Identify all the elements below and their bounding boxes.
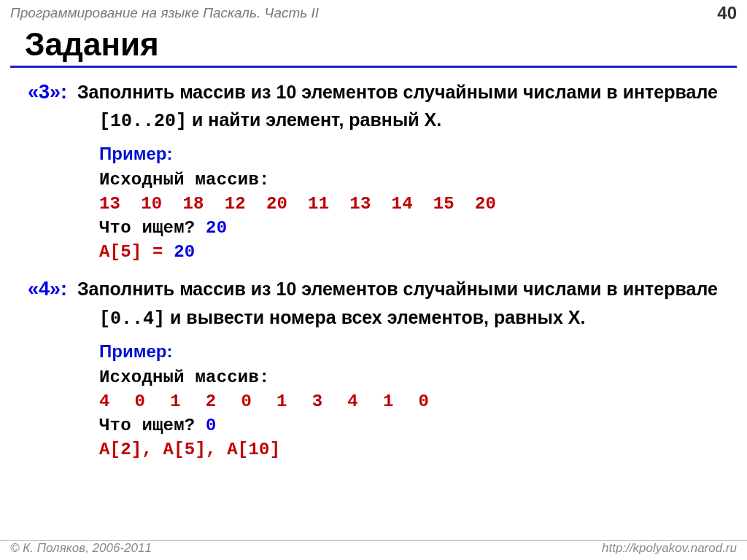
task-4: «4»: Заполнить массив из 10 элементов сл… [28,275,731,459]
course-title: Программирование на языке Паскаль. Часть… [10,5,319,21]
task-4-text: «4»: Заполнить массив из 10 элементов сл… [28,275,731,332]
search-v-4: 0 [206,416,217,435]
copyright: © К. Поляков, 2006-2011 [10,541,152,556]
a3-1: 10 [141,194,162,214]
task-4-p1: Заполнить массив из 10 элементов случайн… [77,279,718,299]
search-line-3: Что ищем? 20 [99,218,731,238]
src-label-4: Исходный массив: [99,368,731,387]
page-title: Задания [0,25,747,66]
page-number: 40 [717,3,737,23]
a3-6: 13 [349,194,371,214]
array-4: 4012013410 [99,392,731,411]
array-3: 13101812201113141520 [99,194,731,214]
example-label-4: Пример: [99,341,731,362]
task-3-range: [10..20] [99,111,187,132]
a4-7: 4 [347,392,358,411]
a3-9: 20 [475,194,496,214]
task-3: «3»: Заполнить массив из 10 элементов сл… [28,78,731,262]
search-q-3: Что ищем? [99,218,206,238]
footer-url: http://kpolyakov.narod.ru [602,541,737,556]
a3-4: 20 [266,194,287,214]
body: «3»: Заполнить массив из 10 элементов сл… [0,68,747,459]
a3-0: 13 [99,194,120,214]
task-3-text: «3»: Заполнить массив из 10 элементов сл… [28,78,731,135]
a3-7: 14 [392,194,413,214]
a4-9: 0 [418,392,429,411]
a3-3: 12 [225,194,246,214]
a4-4: 0 [241,392,252,411]
a3-2: 18 [182,194,204,214]
a4-6: 3 [312,392,323,411]
example-label-3: Пример: [99,144,731,164]
search-line-4: Что ищем? 0 [99,416,731,435]
task-4-p2: и вывести номера всех элементов, равных … [165,307,585,327]
a3-8: 15 [433,194,454,214]
answer-v-3: 20 [174,242,195,262]
src-label-3: Исходный массив: [99,170,731,190]
footer: © К. Поляков, 2006-2011 http://kpolyakov… [0,540,747,556]
a4-0: 4 [99,392,110,411]
task-4-sub: Пример: Исходный массив: 4012013410 Что … [99,341,731,459]
task-3-sub: Пример: Исходный массив: 131018122011131… [99,144,731,262]
answer-line-4: A[2], A[5], A[10] [99,440,731,459]
a4-3: 2 [206,392,217,411]
task-4-range: [0..4] [99,308,165,330]
answer-line-3: A[5] = 20 [99,242,731,262]
a4-5: 1 [276,392,287,411]
slide: Программирование на языке Паскаль. Часть… [0,0,747,560]
search-v-3: 20 [206,218,227,238]
topbar: Программирование на языке Паскаль. Часть… [0,0,747,25]
grade-4: «4»: [28,278,67,300]
grade-3: «3»: [28,81,67,103]
answer-l-3: A[5] = [99,242,174,262]
a3-5: 11 [308,194,329,214]
a4-1: 0 [135,392,146,411]
task-3-p2: и найти элемент, равный X. [187,109,441,130]
a4-2: 1 [170,392,181,411]
search-q-4: Что ищем? [99,416,206,435]
a4-8: 1 [383,392,394,411]
task-3-p1: Заполнить массив из 10 элементов случайн… [77,82,718,102]
